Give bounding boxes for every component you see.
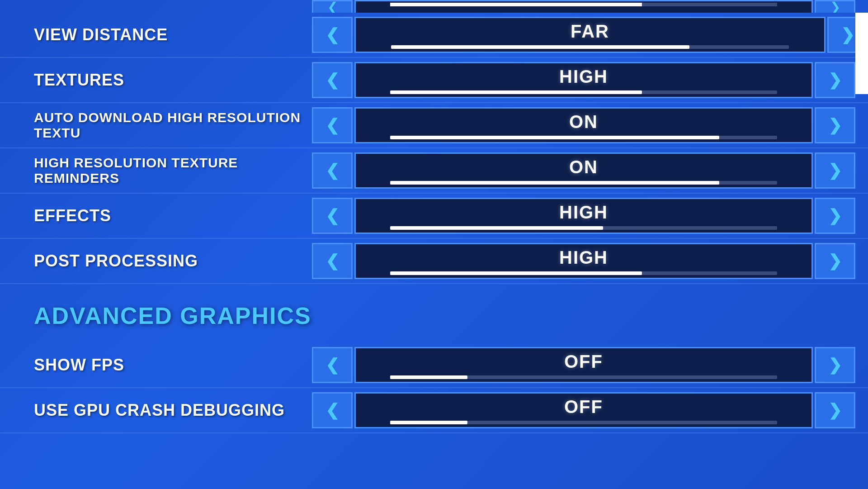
setting-row-post-processing: POST PROCESSING ❮ HIGH ❯ xyxy=(0,239,868,284)
show-fps-progress-fill xyxy=(390,375,467,379)
setting-label-high-res-texture: HIGH RESOLUTION TEXTURE REMINDERS xyxy=(0,155,312,186)
arrow-left-icon: ❮ xyxy=(326,71,339,90)
auto-download-progress xyxy=(390,136,778,139)
setting-control-view-distance: ❮ FAR ❯ xyxy=(312,13,868,57)
post-processing-value-box: HIGH xyxy=(354,243,813,279)
gpu-crash-progress-fill xyxy=(390,421,467,424)
high-res-texture-progress-fill xyxy=(390,181,719,185)
textures-progress-fill xyxy=(390,90,642,94)
setting-label-auto-download: AUTO DOWNLOAD HIGH RESOLUTION TEXTU xyxy=(0,110,312,141)
post-processing-value: HIGH xyxy=(559,247,608,268)
partial-value-box xyxy=(354,0,813,13)
setting-row-effects: EFFECTS ❮ HIGH ❯ xyxy=(0,194,868,239)
arrow-left-icon: ❮ xyxy=(327,0,338,13)
effects-value-box: HIGH xyxy=(354,198,813,234)
view-distance-value-box: FAR xyxy=(354,17,826,53)
effects-left-btn[interactable]: ❮ xyxy=(312,198,353,234)
setting-row-view-distance: VIEW DISTANCE ❮ FAR ❯ xyxy=(0,13,868,58)
arrow-right-icon: ❯ xyxy=(828,116,842,135)
setting-row-gpu-crash: USE GPU CRASH DEBUGGING ❮ OFF ❯ xyxy=(0,388,868,433)
gpu-crash-left-btn[interactable]: ❮ xyxy=(312,392,353,428)
arrow-right-icon: ❯ xyxy=(828,206,842,225)
high-res-texture-left-btn[interactable]: ❮ xyxy=(312,152,353,189)
arrow-right-icon: ❯ xyxy=(828,252,842,271)
partial-top-row: ❮ ❯ xyxy=(0,0,868,13)
effects-value: HIGH xyxy=(559,202,608,223)
show-fps-value-box: OFF xyxy=(354,347,813,383)
setting-label-gpu-crash: USE GPU CRASH DEBUGGING xyxy=(0,401,312,420)
auto-download-value: ON xyxy=(569,112,598,132)
view-distance-progress-fill xyxy=(391,45,689,49)
gpu-crash-progress xyxy=(390,421,778,424)
setting-row-high-res-texture: HIGH RESOLUTION TEXTURE REMINDERS ❮ ON ❯ xyxy=(0,148,868,194)
textures-right-btn[interactable]: ❯ xyxy=(815,62,855,98)
view-distance-left-btn[interactable]: ❮ xyxy=(312,17,353,53)
show-fps-left-btn[interactable]: ❮ xyxy=(312,347,353,383)
gpu-crash-value-box: OFF xyxy=(354,392,813,428)
advanced-graphics-section: ADVANCED GRAPHICS xyxy=(0,284,868,343)
effects-progress-fill xyxy=(390,226,603,230)
show-fps-right-btn[interactable]: ❯ xyxy=(815,347,855,383)
post-processing-left-btn[interactable]: ❮ xyxy=(312,243,353,279)
high-res-texture-value-box: ON xyxy=(354,152,813,189)
high-res-texture-right-btn[interactable]: ❯ xyxy=(815,152,855,189)
arrow-left-icon: ❮ xyxy=(326,161,339,180)
settings-panel: ❮ ❯ VIEW DISTANCE ❮ FAR xyxy=(0,0,868,489)
setting-control-high-res-texture: ❮ ON ❯ xyxy=(312,148,855,193)
setting-label-effects: EFFECTS xyxy=(0,206,312,225)
auto-download-right-btn[interactable]: ❯ xyxy=(815,107,855,143)
setting-label-textures: TEXTURES xyxy=(0,71,312,90)
setting-row-textures: TEXTURES ❮ HIGH ❯ xyxy=(0,58,868,103)
partial-left-arrow[interactable]: ❮ xyxy=(312,0,353,13)
setting-control-effects: ❮ HIGH ❯ xyxy=(312,194,855,238)
textures-left-btn[interactable]: ❮ xyxy=(312,62,353,98)
arrow-right-icon: ❯ xyxy=(828,356,842,375)
post-processing-right-btn[interactable]: ❯ xyxy=(815,243,855,279)
post-processing-progress-fill xyxy=(390,271,642,275)
view-distance-progress xyxy=(391,45,789,49)
auto-download-progress-fill xyxy=(390,136,719,139)
advanced-settings-list: SHOW FPS ❮ OFF ❯ USE GPU CRASH DEBUGGI xyxy=(0,343,868,433)
effects-progress xyxy=(390,226,778,230)
arrow-left-icon: ❮ xyxy=(326,116,339,135)
setting-row-auto-download: AUTO DOWNLOAD HIGH RESOLUTION TEXTU ❮ ON… xyxy=(0,103,868,148)
arrow-right-icon: ❯ xyxy=(830,0,840,13)
effects-right-btn[interactable]: ❯ xyxy=(815,198,855,234)
advanced-graphics-title: ADVANCED GRAPHICS xyxy=(34,302,834,329)
show-fps-progress xyxy=(390,375,778,379)
arrow-right-icon: ❯ xyxy=(828,401,842,420)
textures-value: HIGH xyxy=(559,66,608,87)
post-processing-progress xyxy=(390,271,778,275)
arrow-right-icon: ❯ xyxy=(828,161,842,180)
setting-control-textures: ❮ HIGH ❯ xyxy=(312,58,855,102)
view-distance-value: FAR xyxy=(571,21,609,42)
setting-label-show-fps: SHOW FPS xyxy=(0,356,312,375)
gpu-crash-value: OFF xyxy=(564,397,603,417)
auto-download-left-btn[interactable]: ❮ xyxy=(312,107,353,143)
high-res-texture-value: ON xyxy=(569,157,598,177)
setting-row-show-fps: SHOW FPS ❮ OFF ❯ xyxy=(0,343,868,388)
arrow-left-icon: ❮ xyxy=(326,401,339,420)
auto-download-value-box: ON xyxy=(354,107,813,143)
arrow-left-icon: ❮ xyxy=(326,252,339,271)
arrow-left-icon: ❮ xyxy=(326,356,339,375)
partial-right-arrow[interactable]: ❯ xyxy=(815,0,855,13)
setting-label-post-processing: POST PROCESSING xyxy=(0,252,312,271)
settings-list: VIEW DISTANCE ❮ FAR ❯ xyxy=(0,13,868,284)
arrow-right-icon: ❯ xyxy=(828,71,842,90)
setting-control-auto-download: ❮ ON ❯ xyxy=(312,103,855,147)
textures-progress xyxy=(390,90,778,94)
scrollbar-track xyxy=(855,13,868,57)
arrow-right-icon: ❯ xyxy=(841,25,854,44)
setting-label-view-distance: VIEW DISTANCE xyxy=(0,25,312,44)
arrow-left-icon: ❮ xyxy=(326,206,339,225)
high-res-texture-progress xyxy=(390,181,778,185)
textures-value-box: HIGH xyxy=(354,62,813,98)
gpu-crash-right-btn[interactable]: ❯ xyxy=(815,392,855,428)
arrow-left-icon: ❮ xyxy=(326,25,339,44)
setting-control-post-processing: ❮ HIGH ❯ xyxy=(312,239,855,283)
setting-control-show-fps: ❮ OFF ❯ xyxy=(312,343,855,387)
setting-control-gpu-crash: ❮ OFF ❯ xyxy=(312,388,855,432)
show-fps-value: OFF xyxy=(564,351,603,372)
